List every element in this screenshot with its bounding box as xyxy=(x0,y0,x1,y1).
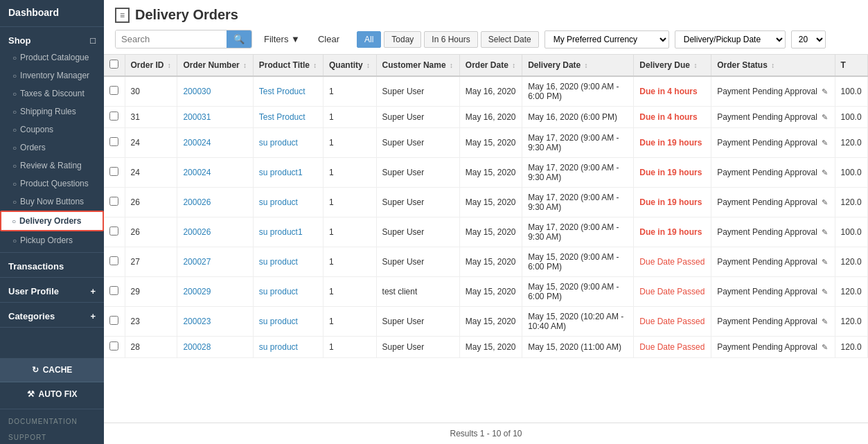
cell-order-number[interactable]: 200027 xyxy=(177,247,253,277)
row-checkbox[interactable] xyxy=(109,316,118,325)
cache-button[interactable]: ↻ CACHE xyxy=(0,358,104,382)
cell-order-id: 31 xyxy=(125,107,177,128)
cell-order-number[interactable]: 200031 xyxy=(177,107,253,128)
cell-order-number[interactable]: 200026 xyxy=(177,188,253,217)
row-checkbox-cell[interactable] xyxy=(104,307,125,337)
row-checkbox[interactable] xyxy=(109,137,118,146)
cell-product-title[interactable]: su product xyxy=(253,247,323,277)
sidebar-item-inventory-manager[interactable]: ○ Inventory Manager xyxy=(0,66,104,85)
currency-select[interactable]: My Preferred Currency xyxy=(544,30,669,48)
documentation-label[interactable]: DOCUMENTATION xyxy=(0,412,104,428)
cell-product-title[interactable]: su product1 xyxy=(253,217,323,247)
cell-order-id: 27 xyxy=(125,247,177,277)
row-checkbox-cell[interactable] xyxy=(104,337,125,358)
sidebar-item-product-catalogue[interactable]: ○ Product Catalogue xyxy=(0,48,104,66)
edit-icon[interactable]: ✎ xyxy=(822,317,828,326)
dashboard-link[interactable]: Dashboard xyxy=(0,0,104,24)
today-button[interactable]: Today xyxy=(384,31,421,48)
cell-product-title[interactable]: su product xyxy=(253,277,323,307)
cell-order-number[interactable]: 200026 xyxy=(177,217,253,247)
edit-icon[interactable]: ✎ xyxy=(822,113,828,121)
search-input[interactable] xyxy=(116,30,227,48)
table-wrapper: Order ID ↕ Order Number ↕ Product Title … xyxy=(104,55,868,423)
shop-section[interactable]: Shop □ xyxy=(0,30,104,48)
filters-chevron-icon: ▼ xyxy=(291,34,300,44)
edit-icon[interactable]: ✎ xyxy=(822,258,828,266)
edit-icon[interactable]: ✎ xyxy=(822,87,828,96)
row-checkbox[interactable] xyxy=(109,256,118,265)
cell-product-title[interactable]: Test Product xyxy=(253,76,323,107)
cell-product-title[interactable]: su product xyxy=(253,128,323,158)
cell-product-title[interactable]: Test Product xyxy=(253,107,323,128)
main-content: ≡ Delivery Orders 🔍 Filters ▼ Clear All … xyxy=(104,0,868,444)
shop-collapse-icon: □ xyxy=(90,35,96,46)
edit-icon[interactable]: ✎ xyxy=(822,343,828,351)
user-profile-section[interactable]: User Profile + xyxy=(0,281,104,299)
row-checkbox[interactable] xyxy=(109,112,118,121)
cell-order-number[interactable]: 200024 xyxy=(177,158,253,188)
select-all-checkbox-header[interactable] xyxy=(104,55,125,76)
row-checkbox[interactable] xyxy=(109,197,118,206)
all-button[interactable]: All xyxy=(357,31,381,48)
selectdate-button[interactable]: Select Date xyxy=(481,31,539,48)
autofix-button[interactable]: ⚒ AUTO FIX xyxy=(0,382,104,406)
clear-button[interactable]: Clear xyxy=(312,30,346,48)
cell-order-number[interactable]: 200030 xyxy=(177,76,253,107)
filters-button[interactable]: Filters ▼ xyxy=(258,30,306,48)
edit-icon[interactable]: ✎ xyxy=(822,228,828,236)
row-checkbox[interactable] xyxy=(109,86,118,95)
row-checkbox-cell[interactable] xyxy=(104,128,125,158)
row-checkbox-cell[interactable] xyxy=(104,158,125,188)
cell-product-title[interactable]: su product xyxy=(253,188,323,217)
row-checkbox-cell[interactable] xyxy=(104,277,125,307)
sidebar-item-orders[interactable]: ○ Orders xyxy=(0,139,104,157)
cell-product-title[interactable]: su product xyxy=(253,307,323,337)
bullet-icon: ○ xyxy=(12,144,17,152)
cell-product-title[interactable]: su product xyxy=(253,337,323,358)
cell-quantity: 1 xyxy=(324,76,377,107)
cell-order-number[interactable]: 200023 xyxy=(177,307,253,337)
edit-icon[interactable]: ✎ xyxy=(822,287,828,296)
row-checkbox[interactable] xyxy=(109,167,118,176)
categories-section[interactable]: Categories + xyxy=(0,305,104,324)
cell-quantity: 1 xyxy=(324,277,377,307)
sidebar-item-review-rating[interactable]: ○ Review & Rating xyxy=(0,157,104,175)
col-order-status: Order Status ↕ xyxy=(711,55,835,76)
edit-icon[interactable]: ✎ xyxy=(822,139,828,147)
support-label[interactable]: SUPPORT xyxy=(0,428,104,444)
daterange-select[interactable]: Delivery/Pickup Date xyxy=(675,30,786,48)
row-checkbox-cell[interactable] xyxy=(104,247,125,277)
row-checkbox[interactable] xyxy=(109,341,118,350)
count-select[interactable]: 20 xyxy=(791,30,826,48)
cell-order-number[interactable]: 200029 xyxy=(177,277,253,307)
cell-delivery-date: May 17, 2020 (9:00 AM - 9:30 AM) xyxy=(522,217,634,247)
search-button[interactable]: 🔍 xyxy=(227,30,251,48)
row-checkbox-cell[interactable] xyxy=(104,76,125,107)
sidebar-item-delivery-orders[interactable]: ○ Delivery Orders xyxy=(0,211,104,231)
cell-order-date: May 15, 2020 xyxy=(459,247,522,277)
cell-product-title[interactable]: su product1 xyxy=(253,158,323,188)
row-checkbox-cell[interactable] xyxy=(104,107,125,128)
cell-delivery-date: May 15, 2020 (9:00 AM - 6:00 PM) xyxy=(522,247,634,277)
cell-order-number[interactable]: 200024 xyxy=(177,128,253,158)
edit-icon[interactable]: ✎ xyxy=(822,198,828,206)
sidebar-item-product-questions[interactable]: ○ Product Questions xyxy=(0,175,104,193)
cell-customer-name: Super User xyxy=(376,307,459,337)
row-checkbox[interactable] xyxy=(109,227,118,236)
sidebar-item-buy-now-buttons[interactable]: ○ Buy Now Buttons xyxy=(0,193,104,211)
sidebar-item-pickup-orders[interactable]: ○ Pickup Orders xyxy=(0,231,104,249)
sidebar-item-coupons[interactable]: ○ Coupons xyxy=(0,121,104,139)
cell-order-number[interactable]: 200028 xyxy=(177,337,253,358)
row-checkbox-cell[interactable] xyxy=(104,188,125,217)
edit-icon[interactable]: ✎ xyxy=(822,168,828,177)
row-checkbox[interactable] xyxy=(109,286,118,295)
sidebar-item-shipping-rules[interactable]: ○ Shipping Rules xyxy=(0,103,104,121)
sidebar-item-taxes-discount[interactable]: ○ Taxes & Discount xyxy=(0,85,104,103)
list-icon: ≡ xyxy=(115,8,130,23)
in6hours-button[interactable]: In 6 Hours xyxy=(424,31,477,48)
sidebar-item-label: Taxes & Discount xyxy=(20,89,85,98)
col-order-date: Order Date ↕ xyxy=(459,55,522,76)
transactions-section[interactable]: Transactions xyxy=(0,256,104,274)
select-all-checkbox[interactable] xyxy=(109,60,118,69)
row-checkbox-cell[interactable] xyxy=(104,217,125,247)
